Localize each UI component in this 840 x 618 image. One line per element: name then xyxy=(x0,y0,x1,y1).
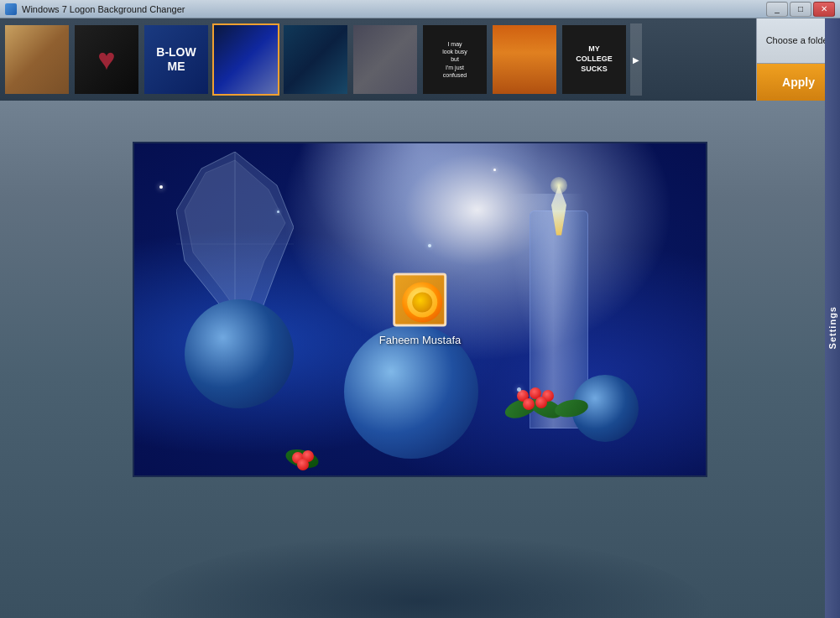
thumbnail-2[interactable]: B-LOW ME xyxy=(143,23,210,96)
thumbnail-2-label: B-LOW ME xyxy=(156,45,196,74)
bottom-area xyxy=(0,517,840,618)
main-content: Faheem Mustafa xyxy=(0,101,840,517)
app-area: ♥ B-LOW ME xyxy=(0,18,840,618)
thumbnail-5-inner xyxy=(353,25,417,94)
holly-area xyxy=(504,375,605,442)
thumbnail-0[interactable] xyxy=(3,23,70,96)
user-avatar xyxy=(393,273,446,326)
preview-background: Faheem Mustafa xyxy=(134,143,706,475)
scroll-right-arrow[interactable]: ▶ xyxy=(630,23,642,96)
desk-surface xyxy=(127,534,714,618)
thumbnail-3-inner xyxy=(214,25,278,94)
thumbnail-7-inner xyxy=(493,25,556,94)
close-button[interactable]: ✕ xyxy=(813,2,835,17)
thumbnail-3[interactable] xyxy=(212,23,279,96)
thumbnail-6[interactable]: I maylook busybutI'm justconfused xyxy=(421,23,488,96)
thumbnail-1-inner: ♥ xyxy=(75,25,138,94)
user-name: Faheem Mustafa xyxy=(379,333,462,345)
title-bar: Windows 7 Logon Background Changer _ □ ✕ xyxy=(0,0,840,18)
thumbnail-4-inner xyxy=(284,25,347,94)
berry-4 xyxy=(523,398,535,410)
thumbnail-8-inner: MY COLLEGE SUCKS xyxy=(562,25,626,94)
thumbnail-2-inner: B-LOW ME xyxy=(144,25,208,94)
thumbnail-6-inner: I maylook busybutI'm justconfused xyxy=(423,25,487,94)
thumbnail-8-label: MY COLLEGE SUCKS xyxy=(576,44,613,74)
thumbnail-6-label: I maylook busybutI'm justconfused xyxy=(442,40,467,78)
ornament-ball-1 xyxy=(185,299,294,408)
holly-leaf-3 xyxy=(554,397,590,419)
thumbnail-1[interactable]: ♥ xyxy=(73,23,140,96)
thumbnail-0-inner xyxy=(5,25,69,94)
thumbnail-7[interactable] xyxy=(491,23,558,96)
thumbnail-5[interactable] xyxy=(352,23,419,96)
preview-screen: Faheem Mustafa xyxy=(133,142,707,477)
thumbnail-strip: ♥ B-LOW ME xyxy=(0,18,756,101)
thumbnail-8[interactable]: MY COLLEGE SUCKS xyxy=(561,23,628,96)
settings-tab-label: Settings xyxy=(827,306,837,349)
sparkle-1 xyxy=(159,185,163,189)
window-controls: _ □ ✕ xyxy=(766,2,835,17)
title-text: Windows 7 Logon Background Changer xyxy=(5,3,185,15)
maximize-button[interactable]: □ xyxy=(790,2,811,17)
berry-8 xyxy=(297,459,309,470)
berry-5 xyxy=(535,397,547,408)
sparkle-5 xyxy=(517,387,521,392)
settings-tab[interactable]: Settings xyxy=(825,18,840,618)
minimize-button[interactable]: _ xyxy=(766,2,788,17)
title-label: Windows 7 Logon Background Changer xyxy=(22,4,185,14)
user-area: Faheem Mustafa xyxy=(379,273,462,345)
sparkle-4 xyxy=(493,169,496,171)
candle-drip xyxy=(509,194,584,361)
app-icon xyxy=(5,3,17,15)
thumbnail-4[interactable] xyxy=(282,23,349,96)
sparkle-2 xyxy=(277,210,279,213)
sparkle-3 xyxy=(428,244,431,247)
